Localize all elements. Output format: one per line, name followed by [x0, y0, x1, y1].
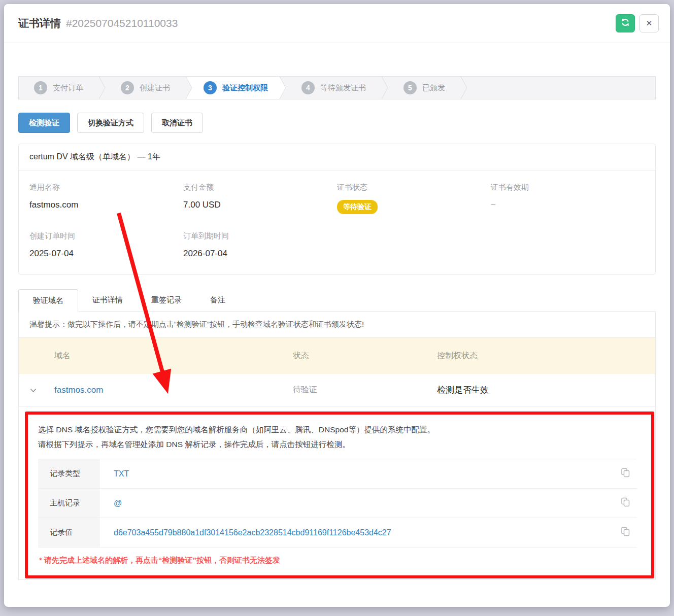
copy-icon — [620, 497, 631, 509]
dns-instruction-line2: 请根据下列提示，再域名管理处添加 DNS 解析记录，操作完成后，请点击按钮进行检… — [38, 437, 641, 452]
copy-button[interactable] — [614, 518, 637, 547]
dns-validation-panel: 选择 DNS 域名授权验证方式，您需要到您的域名解析服务商（如阿里云、腾讯、DN… — [25, 412, 654, 578]
switch-validation-method-button[interactable]: 切换验证方式 — [77, 113, 144, 133]
step-chevron-separator — [98, 77, 106, 99]
copy-button[interactable] — [614, 489, 637, 518]
field-value: ~ — [491, 200, 645, 210]
field-value: 7.00 USD — [183, 200, 337, 210]
step-wait-issue: 4 等待颁发证书 — [286, 77, 381, 99]
tab-verify-domain[interactable]: 验证域名 — [18, 289, 78, 312]
step-create-cert: 2 创建证书 — [106, 77, 185, 99]
step-number: 1 — [34, 81, 47, 94]
domain-table-row[interactable]: fastmos.com 待验证 检测是否生效 — [19, 374, 655, 406]
step-chevron-separator — [381, 77, 388, 99]
copy-icon — [620, 526, 631, 539]
col-domain: 域名 — [47, 351, 286, 361]
field-order-created: 创建订单时间 2025-07-04 — [29, 231, 183, 259]
field-label: 创建订单时间 — [29, 231, 183, 241]
header-actions: ✕ — [616, 14, 659, 32]
field-common-name: 通用名称 fastmos.com — [29, 183, 183, 214]
dns-record-value-row: 记录值 d6e703a455d79b880a1df3014156e2acb232… — [38, 518, 637, 547]
step-chevron-separator — [185, 77, 192, 99]
field-order-expiry: 订单到期时间 2026-07-04 — [183, 231, 337, 259]
tab-remarks[interactable]: 备注 — [196, 289, 240, 312]
product-title: certum DV 域名级（单域名） — 1年 — [19, 144, 655, 170]
modal-content: 1 支付订单 2 创建证书 3 验证控制权限 4 等待颁发证书 5 已颁发 — [4, 76, 670, 600]
certificate-detail-modal: 证书详情 #202507045210110033 ✕ — [4, 4, 670, 607]
chevron-down-icon[interactable] — [19, 386, 47, 395]
step-label: 创建证书 — [140, 83, 170, 93]
tab-content: 温馨提示：做完以下操作后，请不定期点击“检测验证”按钮，手动检查域名验证状态和证… — [18, 312, 656, 580]
close-button[interactable]: ✕ — [639, 14, 659, 32]
field-cert-validity: 证书有效期 ~ — [491, 183, 645, 214]
field-value: 2025-07-04 — [29, 249, 183, 259]
step-verify-control: 3 验证控制权限 — [185, 77, 286, 99]
step-number: 2 — [121, 81, 134, 94]
record-value: d6e703a455d79b880a1df3014156e2acb2328514… — [100, 518, 614, 547]
progress-steps: 1 支付订单 2 创建证书 3 验证控制权限 4 等待颁发证书 5 已颁发 — [18, 76, 656, 99]
control-status: 检测是否生效 — [430, 384, 655, 396]
step-label: 验证控制权限 — [222, 83, 268, 93]
modal-header: 证书详情 #202507045210110033 ✕ — [4, 4, 670, 43]
copy-button[interactable] — [614, 459, 637, 488]
status-badge: 等待验证 — [337, 200, 378, 214]
step-label: 支付订单 — [53, 83, 83, 93]
dns-instruction-line1: 选择 DNS 域名授权验证方式，您需要到您的域名解析服务商（如阿里云、腾讯、DN… — [38, 423, 641, 437]
step-pay-order: 1 支付订单 — [19, 77, 98, 99]
domain-status: 待验证 — [286, 385, 430, 395]
tab-cert-details[interactable]: 证书详情 — [78, 289, 137, 312]
check-validation-button[interactable]: 检测验证 — [18, 113, 70, 133]
field-cert-status: 证书状态 等待验证 — [337, 183, 491, 214]
dns-record-table: 记录类型 TXT 主机记录 @ — [38, 459, 637, 547]
step-number: 5 — [403, 81, 417, 94]
page-title: 证书详情 — [18, 16, 61, 30]
field-label: 证书有效期 — [491, 183, 645, 192]
certificate-info-card: certum DV 域名级（单域名） — 1年 通用名称 fastmos.com… — [18, 144, 656, 275]
refresh-icon — [621, 18, 630, 29]
field-label: 支付金额 — [183, 183, 337, 192]
domain-table-header: 域名 状态 控制权状态 — [19, 337, 655, 374]
col-control-status: 控制权状态 — [430, 351, 655, 361]
record-label: 记录值 — [38, 518, 100, 547]
step-number: 4 — [301, 81, 315, 94]
domain-link[interactable]: fastmos.com — [47, 385, 286, 395]
col-status: 状态 — [286, 351, 430, 361]
field-label: 订单到期时间 — [183, 231, 337, 241]
dns-warning-text: * 请先完成上述域名的解析，再点击“检测验证”按钮，否则证书无法签发 — [39, 556, 641, 565]
order-id: #202507045210110033 — [66, 17, 178, 29]
record-label: 记录类型 — [38, 459, 100, 488]
record-label: 主机记录 — [38, 489, 100, 518]
notice-text: 温馨提示：做完以下操作后，请不定期点击“检测验证”按钮，手动检查域名验证状态和证… — [19, 312, 655, 337]
record-value: TXT — [100, 459, 614, 488]
cancel-certificate-button[interactable]: 取消证书 — [151, 113, 203, 133]
detail-tabs: 验证域名 证书详情 重签记录 备注 — [18, 289, 656, 312]
step-label: 等待颁发证书 — [320, 83, 366, 93]
field-paid-amount: 支付金额 7.00 USD — [183, 183, 337, 214]
field-value: fastmos.com — [29, 200, 183, 210]
step-chevron-separator — [279, 77, 286, 99]
field-value: 2026-07-04 — [183, 249, 337, 259]
step-number: 3 — [204, 81, 217, 94]
step-chevron-separator — [460, 77, 467, 99]
field-label: 通用名称 — [29, 183, 183, 192]
close-icon: ✕ — [646, 19, 653, 28]
dns-record-type-row: 记录类型 TXT — [38, 459, 637, 489]
step-issued: 5 已颁发 — [388, 77, 460, 99]
dns-host-record-row: 主机记录 @ — [38, 489, 637, 518]
field-label: 证书状态 — [337, 183, 491, 192]
toolbar: 检测验证 切换验证方式 取消证书 — [18, 113, 656, 133]
record-value: @ — [100, 489, 614, 518]
info-fields: 通用名称 fastmos.com 支付金额 7.00 USD 证书状态 等待验证… — [19, 170, 655, 274]
copy-icon — [620, 467, 631, 480]
refresh-button[interactable] — [616, 14, 635, 32]
tab-reissue-records[interactable]: 重签记录 — [137, 289, 196, 312]
step-label: 已颁发 — [422, 83, 445, 93]
